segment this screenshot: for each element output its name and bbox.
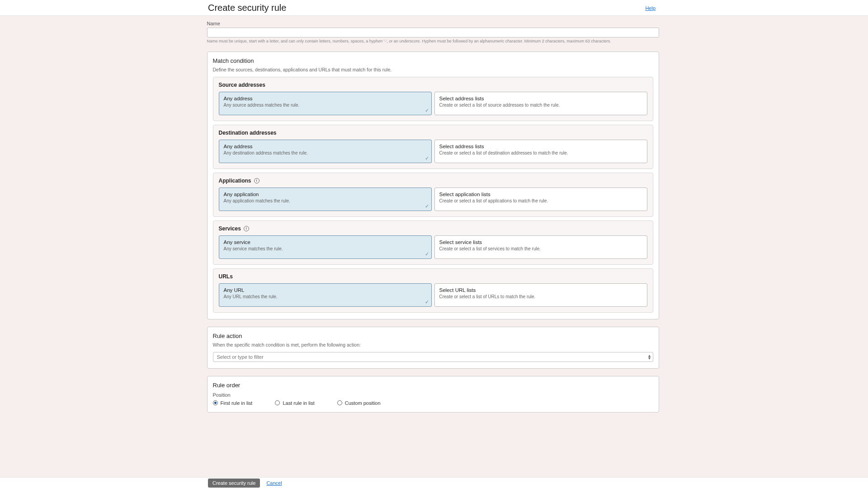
footer-bar: Create security rule Cancel (0, 477, 868, 488)
urls-any-title: Any URL (224, 287, 427, 293)
radio-custom-label: Custom position (345, 400, 381, 406)
create-button[interactable]: Create security rule (208, 479, 260, 488)
radio-custom[interactable]: Custom position (337, 400, 381, 406)
radio-last[interactable]: Last rule in list (275, 400, 314, 406)
page-title: Create security rule (208, 3, 286, 13)
urls-select-title: Select URL lists (439, 287, 642, 293)
urls-any-desc: Any URL matches the rule. (224, 294, 427, 300)
dest-any-title: Any address (224, 144, 427, 149)
services-any-title: Any service (224, 239, 427, 245)
source-select-tile[interactable]: Select address lists Create or select a … (434, 92, 647, 115)
urls-select-desc: Create or select a list of URLs to match… (439, 294, 642, 300)
source-title: Source addresses (219, 82, 265, 88)
services-select-desc: Create or select a list of services to m… (439, 246, 642, 252)
source-addresses-section: Source addresses Any address Any source … (213, 77, 653, 121)
dest-select-title: Select address lists (439, 144, 642, 149)
source-any-title: Any address (224, 96, 427, 101)
urls-section: URLs Any URL Any URL matches the rule. ✓… (213, 268, 653, 313)
check-icon: ✓ (425, 299, 429, 305)
match-title: Match condition (213, 57, 653, 64)
apps-select-tile[interactable]: Select application lists Create or selec… (434, 188, 647, 211)
action-title: Rule action (213, 333, 653, 339)
apps-select-title: Select application lists (439, 192, 642, 197)
radio-first-label: First rule in list (221, 400, 253, 406)
services-section: Services i Any service Any service match… (213, 221, 653, 265)
apps-any-tile[interactable]: Any application Any application matches … (219, 188, 432, 211)
dest-any-tile[interactable]: Any address Any destination address matc… (219, 140, 432, 163)
radio-first[interactable]: First rule in list (213, 400, 253, 406)
urls-select-tile[interactable]: Select URL lists Create or select a list… (434, 283, 647, 307)
name-input[interactable] (207, 28, 659, 38)
rule-order-panel: Rule order Position First rule in list L… (207, 376, 659, 413)
dest-select-desc: Create or select a list of destination a… (439, 150, 642, 156)
urls-any-tile[interactable]: Any URL Any URL matches the rule. ✓ (219, 283, 432, 307)
source-any-desc: Any source address matches the rule. (224, 103, 427, 108)
position-label: Position (213, 392, 653, 398)
info-icon[interactable]: i (254, 178, 259, 183)
dest-any-desc: Any destination address matches the rule… (224, 150, 427, 156)
order-title: Rule order (213, 382, 653, 389)
apps-any-desc: Any application matches the rule. (224, 198, 427, 204)
services-select-title: Select service lists (439, 239, 642, 245)
urls-title: URLs (219, 273, 233, 280)
services-any-tile[interactable]: Any service Any service matches the rule… (219, 235, 432, 259)
help-link[interactable]: Help (645, 5, 656, 11)
source-select-title: Select address lists (439, 96, 642, 101)
check-icon: ✓ (425, 108, 429, 113)
name-label: Name (207, 21, 659, 26)
services-title: Services (219, 225, 241, 232)
apps-title: Applications (219, 178, 251, 184)
source-select-desc: Create or select a list of source addres… (439, 103, 642, 108)
match-condition-panel: Match condition Define the sources, dest… (207, 52, 659, 319)
radio-last-label: Last rule in list (283, 400, 314, 406)
apps-any-title: Any application (224, 192, 427, 197)
dest-select-tile[interactable]: Select address lists Create or select a … (434, 140, 647, 163)
services-any-desc: Any service matches the rule. (224, 246, 427, 252)
name-hint: Name must be unique, start with a letter… (207, 39, 659, 44)
source-any-tile[interactable]: Any address Any source address matches t… (219, 92, 432, 115)
action-subtitle: When the specific match condition is met… (213, 342, 653, 347)
apps-select-desc: Create or select a list of applications … (439, 198, 642, 204)
check-icon: ✓ (425, 155, 429, 161)
chevron-updown-icon: ▴▾ (648, 354, 651, 360)
radio-icon (213, 400, 218, 405)
radio-icon (275, 400, 280, 405)
applications-section: Applications i Any application Any appli… (213, 173, 653, 217)
dest-title: Destination addresses (219, 130, 277, 136)
info-icon[interactable]: i (244, 226, 249, 231)
check-icon: ✓ (425, 251, 429, 257)
services-select-tile[interactable]: Select service lists Create or select a … (434, 235, 647, 259)
action-select[interactable] (213, 352, 653, 362)
match-subtitle: Define the sources, destinations, applic… (213, 67, 653, 72)
destination-addresses-section: Destination addresses Any address Any de… (213, 125, 653, 169)
check-icon: ✓ (425, 203, 429, 209)
radio-icon (337, 400, 342, 405)
rule-action-panel: Rule action When the specific match cond… (207, 327, 659, 369)
cancel-link[interactable]: Cancel (266, 480, 282, 486)
